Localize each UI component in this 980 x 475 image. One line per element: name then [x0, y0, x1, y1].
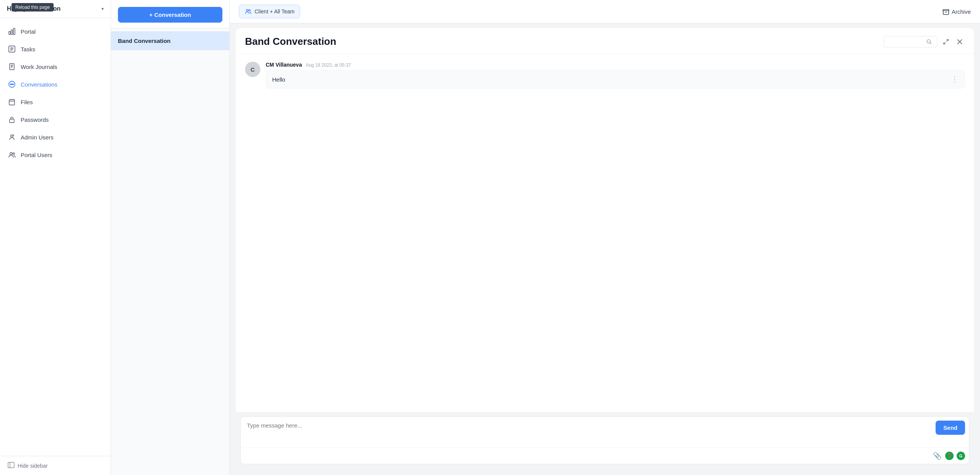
message-body: CM Villanueva Aug 18 2023, at 05:37 Hell…: [266, 62, 965, 88]
sidebar-item-label-conversations: Conversations: [21, 81, 57, 88]
sidebar-icon: [8, 462, 15, 470]
archive-icon: [942, 8, 949, 15]
sidebar-item-conversations[interactable]: Conversations: [0, 75, 111, 93]
compose-bottom: 📎 📍 G: [241, 447, 969, 464]
sidebar-item-label-files: Files: [21, 99, 33, 105]
archive-label: Archive: [952, 8, 971, 15]
admin-icon: [8, 133, 16, 141]
sidebar-item-label-passwords: Passwords: [21, 116, 49, 123]
svg-point-12: [10, 84, 11, 85]
grammarly-icon[interactable]: G: [957, 452, 965, 460]
chat-content-header: Band Conversation: [236, 28, 974, 54]
sidebar-item-portal-users[interactable]: Portal Users: [0, 146, 111, 164]
reload-tooltip: Reload this page: [11, 3, 54, 11]
sidebar-item-label-portal-users: Portal Users: [21, 152, 52, 158]
chart-icon: [8, 27, 16, 36]
svg-line-27: [930, 43, 932, 44]
sidebar-item-work-journals[interactable]: Work Journals: [0, 58, 111, 75]
message-group: C CM Villanueva Aug 18 2023, at 05:37 He…: [245, 62, 965, 88]
sidebar-item-label-work-journals: Work Journals: [21, 64, 57, 70]
sidebar-item-admin-users[interactable]: Admin Users: [0, 128, 111, 146]
hide-sidebar-label: Hide sidebar: [18, 463, 48, 469]
svg-point-19: [13, 153, 15, 154]
attachment-icon[interactable]: 📎: [932, 451, 942, 461]
lock-icon: [8, 115, 16, 124]
new-conversation-button[interactable]: + Conversation: [118, 7, 222, 23]
message-sender: CM Villanueva: [266, 62, 302, 68]
message-time: Aug 18 2023, at 05:37: [306, 62, 351, 68]
chat-topbar: Client + All Team Archive: [230, 0, 980, 23]
sidebar-item-passwords[interactable]: Passwords: [0, 111, 111, 128]
sidebar-item-tasks[interactable]: Tasks: [0, 40, 111, 58]
conversations-items: Band Conversation: [111, 28, 229, 475]
files-icon: [8, 98, 16, 106]
sidebar-nav: Portal Tasks: [0, 18, 111, 456]
conversation-item-band[interactable]: Band Conversation: [111, 31, 229, 50]
sidebar-item-files[interactable]: Files: [0, 93, 111, 111]
expand-icon[interactable]: [941, 37, 951, 47]
team-icon: [245, 8, 252, 15]
svg-point-26: [927, 39, 931, 43]
compose-row: Send: [241, 417, 969, 447]
send-button[interactable]: Send: [936, 421, 965, 435]
svg-rect-0: [9, 31, 10, 34]
team-badge-label: Client + All Team: [255, 8, 294, 15]
svg-point-23: [249, 10, 250, 11]
team-badge[interactable]: Client + All Team: [239, 5, 300, 18]
location-icon[interactable]: 📍: [945, 452, 954, 460]
archive-button[interactable]: Archive: [942, 8, 971, 15]
svg-point-13: [11, 84, 12, 85]
chevron-down-icon[interactable]: ▾: [101, 6, 104, 11]
messages-area: C CM Villanueva Aug 18 2023, at 05:37 He…: [236, 54, 974, 412]
journal-icon: [8, 62, 16, 71]
message-text: Hello: [272, 76, 947, 83]
message-meta: CM Villanueva Aug 18 2023, at 05:37: [266, 62, 965, 68]
svg-point-17: [11, 135, 13, 137]
message-search-box[interactable]: [884, 36, 937, 48]
svg-point-14: [13, 84, 13, 85]
sidebar-item-label-portal: Portal: [21, 28, 36, 35]
conversations-list-panel: + Conversation Band Conversation: [111, 0, 230, 475]
sidebar-item-label-admin-users: Admin Users: [21, 134, 54, 141]
svg-point-18: [10, 152, 12, 155]
chat-title: Band Conversation: [245, 36, 336, 48]
conv-list-header: + Conversation: [111, 0, 229, 28]
compose-area: Send 📎 📍 G: [236, 412, 974, 469]
compose-textarea[interactable]: [241, 417, 936, 447]
search-icon: [926, 39, 932, 45]
sidebar: Reload this page Hayley Williamson ▾ Por…: [0, 0, 111, 475]
close-icon[interactable]: [955, 37, 965, 47]
users-icon: [8, 151, 16, 159]
message-options-icon[interactable]: ⋮: [951, 75, 958, 84]
chat-header-actions: [884, 36, 965, 48]
compose-inner: Send 📎 📍 G: [240, 416, 969, 464]
hide-sidebar-button[interactable]: Hide sidebar: [0, 456, 111, 475]
avatar: C: [245, 62, 260, 77]
svg-rect-20: [8, 462, 14, 468]
message-bubble: Hello ⋮: [266, 70, 965, 88]
svg-rect-1: [11, 30, 13, 34]
svg-rect-2: [13, 28, 15, 34]
chat-icon: [8, 80, 16, 88]
svg-rect-7: [10, 64, 14, 70]
sidebar-item-label-tasks: Tasks: [21, 46, 35, 52]
svg-point-22: [247, 10, 248, 11]
sidebar-item-portal[interactable]: Portal: [0, 23, 111, 40]
svg-rect-15: [9, 100, 15, 105]
chat-panel: Client + All Team Archive Band Conversat…: [230, 0, 980, 475]
chat-content: Band Conversation: [236, 28, 974, 412]
tasks-icon: [8, 45, 16, 53]
svg-rect-16: [10, 119, 14, 123]
svg-rect-24: [943, 10, 949, 11]
